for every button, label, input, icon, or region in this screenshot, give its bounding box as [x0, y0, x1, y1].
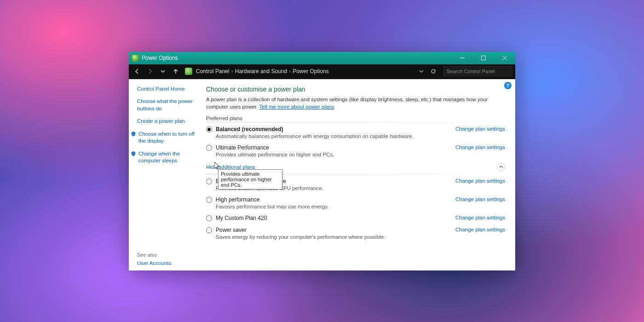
plan-row: Power saver Saves energy by reducing you… [206, 227, 505, 240]
maximize-icon [481, 56, 486, 60]
plan-name: My Custom Plan 420 [216, 215, 448, 221]
chevron-right-icon: › [231, 68, 233, 75]
plan-name: Power saver [216, 227, 448, 233]
sidebar-item-power-buttons[interactable]: Choose what the power buttons do [137, 98, 198, 112]
change-plan-settings-link[interactable]: Change plan settings [455, 215, 505, 220]
navbar: Control Panel › Hardware and Sound › Pow… [129, 64, 515, 79]
chevron-down-icon [419, 69, 424, 74]
breadcrumb-item[interactable]: Hardware and Sound [235, 68, 287, 75]
chevron-right-icon: › [289, 68, 291, 75]
sidebar-item-create-plan[interactable]: Create a power plan [137, 118, 198, 125]
window-title: Power Options [142, 55, 178, 61]
address-bar-icon [185, 68, 192, 75]
svg-rect-0 [482, 56, 486, 60]
change-plan-settings-link[interactable]: Change plan settings [455, 126, 505, 132]
intro-text: A power plan is a collection of hardware… [206, 96, 505, 111]
plan-radio-custom-420[interactable] [206, 215, 212, 221]
collapse-button[interactable] [497, 163, 505, 171]
sidebar: Control Panel Home Choose what the power… [129, 79, 202, 270]
plan-row: My Custom Plan 420 Change plan settings [206, 215, 505, 221]
address-actions [416, 66, 439, 77]
breadcrumb-item[interactable]: Power Options [293, 68, 329, 75]
plan-radio-ultimate[interactable] [206, 145, 212, 151]
plan-radio-high-performance[interactable] [206, 197, 212, 203]
intro-link[interactable]: Tell me more about power plans [259, 104, 334, 109]
help-button[interactable]: ? [504, 82, 512, 89]
search-input[interactable] [447, 69, 510, 74]
chevron-up-icon [499, 165, 503, 169]
power-options-window: Power Options Control [129, 52, 515, 270]
app-icon [132, 54, 139, 62]
see-also-header: See also [137, 252, 198, 258]
sidebar-item-label: Choose when to turn off the display [138, 131, 198, 145]
minimize-icon [460, 56, 465, 60]
arrow-left-icon [134, 69, 140, 74]
arrow-up-icon [173, 69, 178, 74]
sidebar-item-turn-off-display[interactable]: Choose when to turn off the display [131, 131, 198, 145]
plan-desc: Provides ultimate performance on higher … [216, 152, 448, 157]
shield-icon [131, 151, 136, 156]
change-plan-settings-link[interactable]: Change plan settings [455, 196, 505, 202]
shield-icon [131, 131, 136, 137]
sidebar-home-link[interactable]: Control Panel Home [137, 86, 198, 93]
nav-back-button[interactable] [132, 66, 143, 77]
change-plan-settings-link[interactable]: Change plan settings [455, 227, 505, 232]
nav-up-button[interactable] [170, 66, 181, 77]
plan-desc: Saves energy by reducing your computer's… [216, 234, 448, 240]
sidebar-item-computer-sleeps[interactable]: Change when the computer sleeps [131, 150, 198, 165]
content: Control Panel Home Choose what the power… [129, 79, 515, 270]
plan-row: Ultimate Performance Provides ultimate p… [206, 144, 505, 157]
nav-history-button[interactable] [157, 66, 168, 77]
plan-name: High performance [216, 196, 448, 203]
preferred-plans-label: Preferred plans [206, 115, 505, 121]
divider [206, 122, 505, 122]
plan-name: Ultimate Performance [216, 144, 448, 151]
titlebar-left: Power Options [132, 54, 178, 62]
plan-row: High performance Favours performance but… [206, 196, 505, 209]
chevron-down-icon [160, 69, 166, 74]
plan-row: Balanced (recommended) Automatically bal… [206, 126, 505, 139]
window-controls [452, 52, 515, 64]
maximize-button[interactable] [473, 52, 494, 64]
refresh-icon [431, 69, 436, 74]
arrow-right-icon [147, 69, 153, 74]
sidebar-item-label: Change when the computer sleeps [138, 150, 198, 165]
close-button[interactable] [494, 52, 515, 64]
address-dropdown-button[interactable] [416, 66, 427, 77]
refresh-button[interactable] [428, 66, 439, 77]
tooltip: Provides ultimate performance on higher … [218, 169, 282, 190]
page-title: Choose or customise a power plan [206, 86, 505, 93]
plan-radio-balanced[interactable] [206, 126, 212, 132]
change-plan-settings-link[interactable]: Change plan settings [455, 144, 505, 150]
breadcrumb-item[interactable]: Control Panel [196, 68, 230, 75]
plan-desc: Favours performance but may use more ene… [216, 204, 448, 209]
plan-radio-power-saver[interactable] [206, 227, 212, 233]
intro-body: A power plan is a collection of hardware… [206, 97, 488, 110]
breadcrumb[interactable]: Control Panel › Hardware and Sound › Pow… [196, 68, 414, 75]
plan-name: Balanced (recommended) [216, 126, 448, 132]
plan-desc: Automatically balances performance with … [216, 133, 448, 139]
close-icon [502, 56, 507, 60]
titlebar: Power Options [129, 52, 515, 64]
search-box[interactable] [443, 66, 512, 76]
minimize-button[interactable] [452, 52, 473, 64]
plan-radio-bitsum[interactable] [206, 178, 212, 184]
nav-forward-button[interactable] [144, 66, 155, 77]
change-plan-settings-link[interactable]: Change plan settings [455, 178, 505, 184]
see-also-user-accounts[interactable]: User Accounts [137, 260, 171, 266]
